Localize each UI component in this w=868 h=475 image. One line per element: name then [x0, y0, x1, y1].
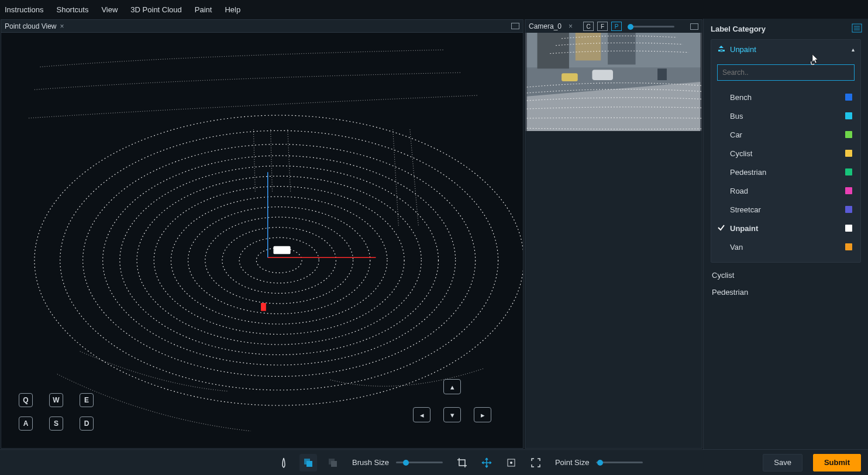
category-item-streetcar[interactable]: Streetcar	[717, 200, 855, 219]
swatch-cyclist	[845, 150, 852, 157]
svg-rect-30	[718, 50, 720, 51]
category-item-pedestrian[interactable]: Pedestrian	[717, 163, 855, 181]
nav-pad: ▴ ◂ ▾ ▸	[413, 379, 500, 431]
swatch-bus	[845, 112, 852, 119]
move-tool-icon[interactable]	[478, 454, 495, 471]
layers-tool-icon[interactable]	[324, 454, 342, 471]
pcv-tab-label: Point cloud View	[5, 22, 57, 30]
svg-point-12	[35, 115, 523, 405]
svg-rect-23	[562, 73, 578, 81]
svg-rect-15	[273, 246, 290, 254]
svg-rect-24	[592, 70, 613, 80]
category-item-unpaint[interactable]: Unpaint	[717, 219, 855, 238]
svg-rect-20	[608, 33, 635, 64]
sidebar-list-toggle-icon[interactable]	[852, 23, 862, 33]
pcv-window-icon[interactable]	[511, 23, 519, 29]
svg-point-5	[171, 197, 387, 324]
brush-tool-icon[interactable]	[275, 454, 292, 471]
camera-image-content	[525, 33, 702, 131]
unpaint-icon	[717, 45, 725, 53]
svg-rect-31	[721, 50, 722, 51]
svg-point-3	[205, 217, 353, 304]
nav-up-button[interactable]: ▴	[443, 379, 461, 394]
nav-left-button[interactable]: ◂	[413, 407, 430, 422]
category-item-car[interactable]: Car	[717, 125, 855, 144]
camera-image[interactable]	[525, 33, 702, 131]
category-search-input[interactable]	[717, 64, 855, 81]
category-list: Bench Bus Car Cyclist Pedestrian Road St…	[717, 88, 855, 256]
camera-tab-label: Camera_0	[529, 22, 562, 30]
menubar: Instructions Shortcuts View 3D Point Clo…	[0, 0, 868, 19]
svg-point-6	[154, 187, 404, 335]
menu-view[interactable]: View	[101, 5, 118, 14]
label-category-sidebar: Label Category Unpaint ▴ Bench Bus Car	[703, 19, 868, 449]
svg-rect-25	[657, 68, 667, 80]
key-q[interactable]: Q	[19, 393, 33, 407]
extra-item-cyclist[interactable]: Cyclist	[712, 271, 860, 280]
svg-rect-19	[538, 33, 569, 68]
focus-tool-icon[interactable]	[502, 454, 520, 471]
swatch-unpaint	[845, 225, 852, 232]
swatch-car	[845, 131, 852, 138]
category-item-bench[interactable]: Bench	[717, 88, 855, 106]
category-item-bus[interactable]: Bus	[717, 106, 855, 125]
point-size-label: Point Size	[555, 458, 590, 467]
category-dropdown-header[interactable]: Unpaint ▴	[711, 40, 860, 58]
swatch-bench	[845, 94, 852, 101]
crop-tool-icon[interactable]	[453, 454, 471, 471]
svg-rect-16	[261, 303, 266, 311]
svg-rect-34	[306, 461, 312, 467]
point-cloud-canvas[interactable]: Q W E A S D ▴ ◂ ▾ ▸	[1, 33, 523, 448]
category-item-road[interactable]: Road	[717, 181, 855, 200]
menu-3d-point-cloud[interactable]: 3D Point Cloud	[130, 5, 181, 14]
pcv-tab-close-icon[interactable]: ×	[60, 22, 64, 30]
camera-tab-close-icon[interactable]: ×	[569, 22, 573, 30]
svg-point-4	[188, 207, 370, 314]
point-size-slider[interactable]	[596, 462, 643, 463]
nav-right-button[interactable]: ▸	[474, 407, 491, 422]
camera-c-button[interactable]: C	[583, 22, 594, 31]
svg-point-9	[103, 156, 456, 365]
camera-window-icon[interactable]	[690, 23, 698, 30]
save-button[interactable]: Save	[763, 454, 802, 471]
menu-instructions[interactable]: Instructions	[5, 5, 43, 14]
key-s[interactable]: S	[49, 417, 63, 431]
menu-paint[interactable]: Paint	[195, 5, 212, 14]
fullscreen-tool-icon[interactable]	[527, 454, 545, 471]
swatch-pedestrian	[845, 168, 852, 175]
sidebar-title: Label Category	[711, 25, 861, 33]
pcv-tabbar: Point cloud View ×	[1, 20, 523, 33]
nav-down-button[interactable]: ▾	[443, 407, 461, 422]
svg-point-38	[510, 462, 512, 464]
submit-button[interactable]: Submit	[813, 454, 861, 471]
extra-item-pedestrian[interactable]: Pedestrian	[712, 288, 860, 297]
swatch-road	[845, 187, 852, 194]
camera-p-button[interactable]: P	[611, 22, 622, 31]
menu-help[interactable]: Help	[225, 5, 240, 14]
polygon-tool-icon[interactable]	[299, 454, 317, 471]
category-item-cyclist[interactable]: Cyclist	[717, 144, 855, 163]
svg-point-8	[120, 166, 439, 355]
dropdown-caret-icon: ▴	[852, 46, 855, 53]
camera-opacity-slider[interactable]	[628, 26, 674, 27]
check-icon	[717, 223, 725, 232]
nav-keys-row1: Q W E	[19, 393, 105, 407]
point-cloud-view-panel: Point cloud View ×	[1, 19, 523, 449]
key-e[interactable]: E	[80, 393, 94, 407]
nav-keys-row2: A S D	[19, 417, 105, 431]
brush-size-slider[interactable]	[396, 462, 443, 463]
bottom-toolbar: Brush Size Point Size Save Submit	[0, 449, 868, 475]
camera-f-button[interactable]: F	[597, 22, 608, 31]
key-d[interactable]: D	[80, 417, 94, 431]
key-w[interactable]: W	[49, 393, 63, 407]
menu-shortcuts[interactable]: Shortcuts	[56, 5, 88, 14]
dropdown-selected-label: Unpaint	[730, 45, 756, 54]
swatch-van	[845, 243, 852, 250]
swatch-streetcar	[845, 206, 852, 213]
camera-panel: Camera_0 × C F P	[525, 19, 702, 449]
svg-rect-32	[723, 50, 725, 51]
sidebar-extra-list: Cyclist Pedestrian	[711, 269, 861, 299]
category-item-van[interactable]: Van	[717, 238, 855, 256]
key-a[interactable]: A	[19, 417, 33, 431]
category-dropdown: Unpaint ▴ Bench Bus Car Cyclist Pedestri…	[711, 39, 861, 263]
